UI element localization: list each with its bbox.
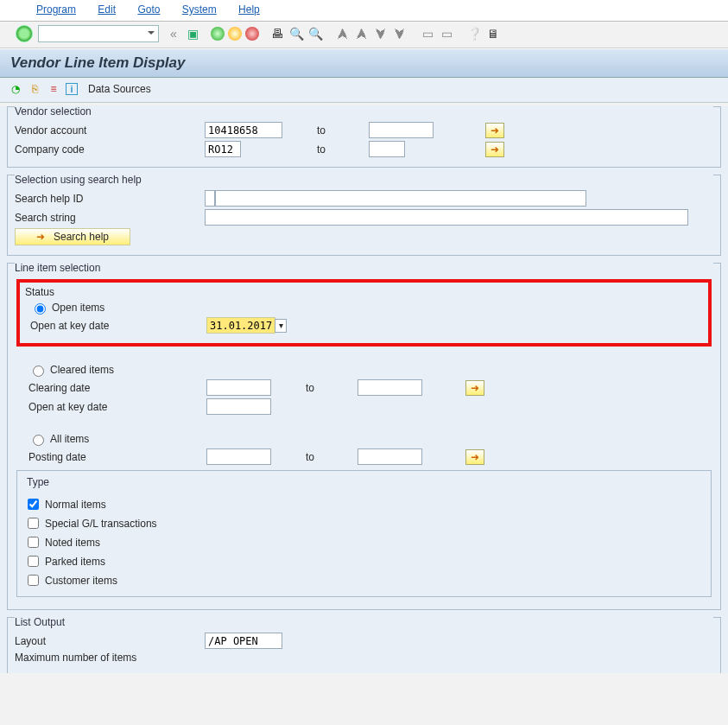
customer-items-label: Customer items bbox=[45, 575, 117, 587]
all-items-radio[interactable] bbox=[33, 435, 44, 446]
cleared-items-radio[interactable] bbox=[33, 366, 44, 377]
clearing-date-to-input[interactable] bbox=[358, 379, 422, 396]
data-sources-label[interactable]: Data Sources bbox=[88, 83, 151, 95]
layout-icon[interactable]: 🖥 bbox=[485, 26, 501, 41]
shortcut-icon[interactable]: ▭ bbox=[439, 26, 454, 41]
variant-icon[interactable]: ⎘ bbox=[28, 82, 41, 96]
company-code-to-input[interactable] bbox=[369, 141, 405, 157]
last-page-icon: ⮟ bbox=[392, 26, 408, 41]
customer-items-checkbox[interactable] bbox=[28, 575, 39, 586]
cleared-items-label: Cleared items bbox=[50, 364, 114, 376]
vendor-account-from-input[interactable] bbox=[205, 122, 282, 138]
menu-bar: Program Edit Goto System Help bbox=[0, 0, 728, 22]
cleared-keydate-label: Open at key date bbox=[28, 401, 206, 413]
clearing-date-to-label: to bbox=[271, 382, 358, 394]
menu-edit[interactable]: Edit bbox=[98, 3, 116, 16]
special-gl-label: Special G/L transactions bbox=[45, 518, 157, 530]
posting-date-from-input[interactable] bbox=[206, 448, 271, 465]
status-box: Status Open items Open at key date ▾ Cle… bbox=[16, 279, 712, 465]
enter-button[interactable] bbox=[16, 25, 33, 42]
back-icon[interactable]: « bbox=[166, 26, 181, 41]
clearing-date-from-input[interactable] bbox=[206, 379, 271, 396]
type-box: Type Normal items Special G/L transactio… bbox=[16, 470, 712, 597]
app-toolbar: ◔ ⎘ ≡ i Data Sources bbox=[0, 78, 728, 103]
date-picker-icon[interactable]: ▾ bbox=[275, 319, 287, 333]
vendor-account-to-label: to bbox=[282, 124, 369, 137]
execute-icon[interactable]: ◔ bbox=[9, 82, 22, 96]
search-help-id-input[interactable] bbox=[215, 190, 586, 207]
find-icon: 🔍 bbox=[288, 26, 304, 41]
clearing-date-label: Clearing date bbox=[28, 382, 206, 394]
company-code-from-input[interactable] bbox=[205, 141, 241, 157]
noted-items-label: Noted items bbox=[45, 537, 100, 549]
highlight-open-items-box: Status Open items Open at key date ▾ bbox=[16, 279, 712, 347]
dynamic-selections-icon[interactable]: ≡ bbox=[47, 82, 60, 96]
search-help-id-label: Search help ID bbox=[15, 193, 205, 205]
parked-items-label: Parked items bbox=[45, 556, 105, 568]
search-help-id-short-input[interactable] bbox=[205, 190, 215, 207]
search-help-button-label: Search help bbox=[54, 231, 109, 243]
search-string-label: Search string bbox=[15, 212, 205, 224]
search-string-input[interactable] bbox=[205, 209, 688, 226]
open-keydate-label: Open at key date bbox=[30, 320, 206, 332]
all-items-label: All items bbox=[50, 433, 89, 445]
line-item-selection-group: Line item selection Status Open items Op… bbox=[7, 263, 721, 610]
search-help-group: Selection using search help Search help … bbox=[7, 175, 721, 256]
company-code-multiselect-button[interactable]: ➜ bbox=[485, 142, 504, 157]
new-session-icon[interactable]: ▭ bbox=[420, 26, 435, 41]
posting-date-multiselect-button[interactable]: ➜ bbox=[465, 449, 484, 465]
prev-page-icon: ⮝ bbox=[354, 26, 370, 41]
parked-items-checkbox[interactable] bbox=[28, 556, 39, 567]
search-help-button[interactable]: ➜ Search help bbox=[15, 228, 130, 245]
next-page-icon: ⮟ bbox=[373, 26, 389, 41]
search-help-legend: Selection using search help bbox=[15, 174, 713, 188]
line-item-selection-legend: Line item selection bbox=[15, 262, 713, 276]
layout-input[interactable] bbox=[205, 633, 282, 649]
print-icon[interactable]: 🖶 bbox=[269, 26, 285, 41]
posting-date-to-label: to bbox=[271, 451, 358, 463]
list-output-legend: List Output bbox=[15, 616, 713, 630]
save-icon[interactable]: ▣ bbox=[185, 26, 200, 41]
max-items-label: Maximum number of items bbox=[15, 652, 205, 664]
menu-system[interactable]: System bbox=[182, 3, 217, 16]
vendor-account-to-input[interactable] bbox=[369, 122, 434, 138]
arrow-right-icon: ➜ bbox=[36, 231, 45, 243]
posting-date-label: Posting date bbox=[28, 451, 206, 463]
vendor-account-label: Vendor account bbox=[15, 124, 205, 137]
cancel-ball-icon[interactable] bbox=[245, 27, 259, 41]
open-items-label: Open items bbox=[52, 302, 104, 314]
company-code-label: Company code bbox=[15, 143, 205, 156]
layout-label: Layout bbox=[15, 635, 205, 647]
type-legend: Type bbox=[24, 476, 52, 488]
open-keydate-input[interactable] bbox=[206, 317, 275, 334]
open-items-radio[interactable] bbox=[35, 303, 46, 315]
vendor-selection-legend: Vendor selection bbox=[15, 105, 713, 119]
find-next-icon: 🔍 bbox=[307, 26, 323, 41]
company-code-to-label: to bbox=[282, 143, 369, 156]
page-title: Vendor Line Item Display bbox=[0, 48, 728, 78]
help-icon[interactable]: ❔ bbox=[466, 26, 482, 41]
menu-help[interactable]: Help bbox=[238, 3, 260, 16]
normal-items-label: Normal items bbox=[45, 499, 106, 511]
special-gl-checkbox[interactable] bbox=[28, 518, 39, 529]
vendor-selection-group: Vendor selection Vendor account to ➜ Com… bbox=[7, 106, 721, 168]
list-output-group: List Output Layout Maximum number of ite… bbox=[7, 617, 721, 673]
command-field[interactable] bbox=[38, 25, 159, 42]
system-toolbar: « ▣ 🖶 🔍 🔍 ⮝ ⮝ ⮟ ⮟ ▭ ▭ ❔ 🖥 bbox=[0, 22, 728, 48]
info-icon[interactable]: i bbox=[66, 83, 78, 95]
normal-items-checkbox[interactable] bbox=[28, 499, 39, 510]
clearing-date-multiselect-button[interactable]: ➜ bbox=[465, 380, 484, 396]
exit-ball-icon[interactable] bbox=[228, 27, 242, 41]
menu-program[interactable]: Program bbox=[36, 3, 76, 16]
noted-items-checkbox[interactable] bbox=[28, 537, 39, 548]
back-ball-icon[interactable] bbox=[211, 27, 225, 41]
posting-date-to-input[interactable] bbox=[358, 448, 422, 465]
first-page-icon: ⮝ bbox=[335, 26, 351, 41]
cleared-keydate-input[interactable] bbox=[206, 398, 271, 415]
menu-goto[interactable]: Goto bbox=[137, 3, 160, 16]
status-legend: Status bbox=[25, 286, 54, 298]
vendor-account-multiselect-button[interactable]: ➜ bbox=[485, 123, 504, 138]
